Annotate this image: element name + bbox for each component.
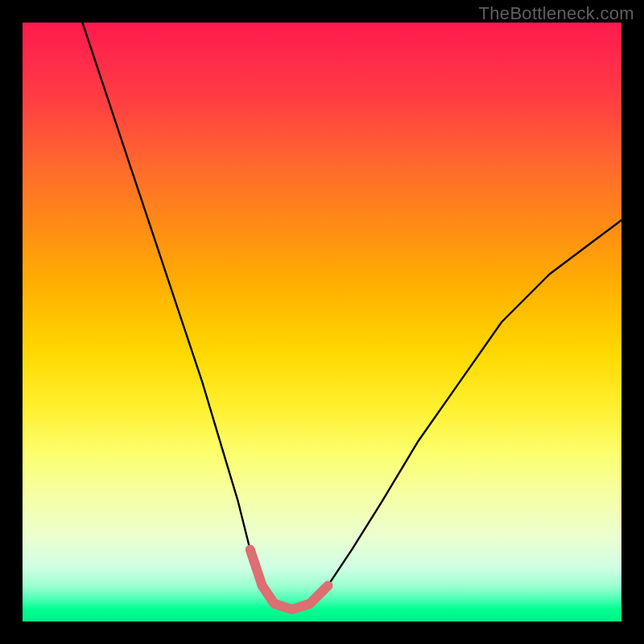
- gradient-plot-area: [23, 23, 621, 621]
- curve-svg: [23, 23, 621, 621]
- sweet-spot-highlight-path: [250, 550, 328, 609]
- bottleneck-curve-path: [82, 23, 621, 609]
- chart-frame: TheBottleneck.com: [0, 0, 644, 644]
- watermark-text: TheBottleneck.com: [479, 3, 634, 24]
